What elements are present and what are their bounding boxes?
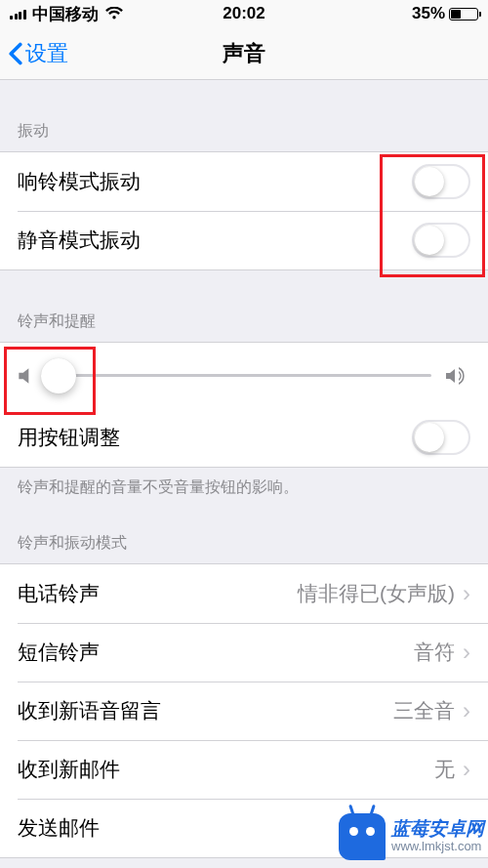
cell-silent-vibrate[interactable]: 静音模式振动 (0, 211, 488, 269)
cell-ring-vibrate[interactable]: 响铃模式振动 (0, 152, 488, 211)
switch-silent-vibrate[interactable] (412, 223, 470, 258)
watermark-title: 蓝莓安卓网 (391, 819, 484, 840)
signal-icon (10, 8, 26, 20)
switch-buttons-adjust[interactable] (412, 420, 470, 455)
chevron-left-icon (8, 42, 23, 65)
cell-value: 无 (434, 756, 455, 783)
chevron-right-icon: › (463, 697, 470, 724)
section-header-pattern: 铃声和振动模式 (0, 502, 488, 563)
chevron-right-icon: › (463, 580, 470, 607)
cell-text-tone[interactable]: 短信铃声 音符 › (0, 623, 488, 682)
page-title: 声音 (0, 39, 488, 68)
cell-label: 收到新邮件 (18, 756, 120, 783)
watermark: 蓝莓安卓网 www.lmkjst.com (339, 813, 484, 860)
battery-icon (449, 8, 478, 21)
cell-voicemail[interactable]: 收到新语音留言 三全音 › (0, 682, 488, 740)
watermark-icon (339, 813, 386, 860)
cell-ringtone[interactable]: 电话铃声 情非得已(女声版) › (0, 564, 488, 623)
cell-label: 短信铃声 (18, 639, 100, 666)
section-header-vibration: 振动 (0, 80, 488, 151)
back-button[interactable]: 设置 (8, 39, 68, 68)
cell-value: 情非得已(女声版) (298, 580, 455, 607)
clock-label: 20:02 (223, 4, 264, 23)
section-footer-ringer: 铃声和提醒的音量不受音量按钮的影响。 (0, 468, 488, 502)
cell-value: 音符 (414, 639, 455, 666)
volume-slider-cell (0, 342, 488, 408)
status-bar: 中国移动 20:02 35% (0, 0, 488, 27)
cell-value: 三全音 (393, 697, 455, 724)
cell-new-mail[interactable]: 收到新邮件 无 › (0, 740, 488, 799)
carrier-label: 中国移动 (32, 3, 99, 25)
slider-thumb[interactable] (41, 358, 76, 393)
wifi-icon (104, 7, 124, 21)
cell-label: 电话铃声 (18, 580, 100, 607)
volume-high-icon (445, 365, 470, 387)
volume-low-icon (18, 366, 33, 386)
cell-label: 静音模式振动 (18, 227, 141, 254)
back-label: 设置 (25, 39, 68, 68)
cell-label: 收到新语音留言 (18, 697, 161, 724)
section-header-ringer: 铃声和提醒 (0, 270, 488, 342)
nav-bar: 设置 声音 (0, 27, 488, 80)
cell-label: 用按钮调整 (18, 424, 120, 451)
battery-pct-label: 35% (412, 4, 445, 23)
cell-buttons-adjust[interactable]: 用按钮调整 (0, 408, 488, 467)
chevron-right-icon: › (463, 756, 470, 783)
cell-label: 发送邮件 (18, 814, 100, 842)
switch-ring-vibrate[interactable] (412, 164, 470, 199)
cell-label: 响铃模式振动 (18, 168, 141, 195)
chevron-right-icon: › (463, 639, 470, 666)
watermark-url: www.lmkjst.com (391, 840, 484, 853)
volume-slider[interactable] (47, 374, 431, 377)
